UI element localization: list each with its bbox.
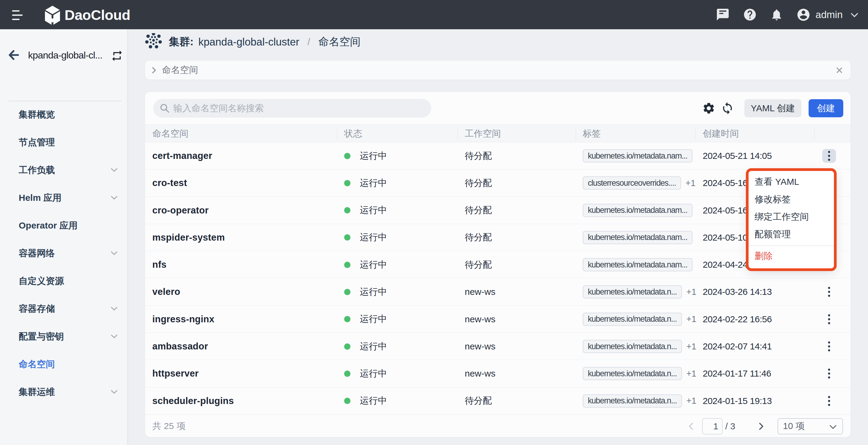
namespace-name[interactable]: velero bbox=[152, 278, 180, 306]
sidebar-item[interactable]: 集群运维 bbox=[0, 378, 127, 406]
namespace-name[interactable]: cro-test bbox=[152, 169, 187, 197]
label-chip: clusterresourceoverrides.... bbox=[583, 177, 681, 190]
menu-item-quota[interactable]: 配额管理 bbox=[748, 225, 835, 243]
row-actions-button[interactable] bbox=[822, 285, 836, 299]
status-dot-icon bbox=[344, 371, 350, 377]
sidebar-item[interactable]: 容器网络 bbox=[0, 240, 127, 267]
menu-item-edit-labels[interactable]: 修改标签 bbox=[748, 191, 835, 208]
row-actions-button[interactable] bbox=[822, 367, 836, 380]
row-actions-button[interactable] bbox=[822, 340, 836, 353]
column-header-namespace: 命名空间 bbox=[152, 125, 188, 142]
help-button[interactable] bbox=[743, 7, 757, 22]
collapse-panel-title: 命名空间 bbox=[162, 64, 198, 76]
row-actions-button[interactable] bbox=[822, 394, 836, 408]
menu-item-view-yaml[interactable]: 查看 YAML bbox=[748, 173, 835, 191]
labels-cell: kubernetes.io/metadata.n... +1 bbox=[583, 360, 696, 387]
create-button[interactable]: 创建 bbox=[809, 99, 843, 117]
chevron-down-icon bbox=[111, 196, 118, 200]
namespace-name[interactable]: ambassador bbox=[152, 333, 208, 360]
chevron-right-icon bbox=[152, 67, 156, 73]
switch-cluster-icon[interactable] bbox=[110, 50, 124, 62]
label-chip: kubernetes.io/metadata.nam... bbox=[583, 204, 692, 217]
labels-cell: kubernetes.io/metadata.n... +1 bbox=[583, 306, 696, 333]
sidebar-item[interactable]: 命名空间 bbox=[0, 350, 127, 378]
back-arrow-icon[interactable] bbox=[8, 50, 19, 60]
labels-cell: kubernetes.io/metadata.nam... bbox=[583, 251, 692, 278]
table-row: nfs 运行中 待分配 kubernetes.io/metadata.nam..… bbox=[145, 251, 850, 278]
sidebar-item-label: 自定义资源 bbox=[19, 275, 64, 287]
kebab-icon bbox=[828, 341, 830, 352]
status-text: 运行中 bbox=[360, 231, 387, 244]
column-separator bbox=[458, 127, 458, 140]
next-page-icon[interactable] bbox=[757, 422, 765, 430]
pagination: / 3 10 项 bbox=[687, 415, 843, 438]
sidebar-cluster-name[interactable]: kpanda-global-cl... bbox=[28, 50, 102, 61]
prev-page-icon[interactable] bbox=[687, 422, 695, 430]
namespace-name[interactable]: ingress-nginx bbox=[152, 306, 214, 333]
row-actions-button[interactable] bbox=[822, 149, 836, 163]
settings-button[interactable] bbox=[702, 102, 715, 115]
menu-item-bind-workspace[interactable]: 绑定工作空间 bbox=[748, 208, 835, 225]
label-extra-count: +1 bbox=[685, 178, 695, 188]
menu-item-delete[interactable]: 删除 bbox=[748, 247, 835, 265]
workspace-cell: new-ws bbox=[465, 333, 496, 360]
row-actions-button[interactable] bbox=[822, 312, 836, 326]
sidebar-item[interactable]: 集群概览 bbox=[0, 101, 127, 128]
collapse-panel[interactable]: 命名空间 bbox=[145, 61, 850, 80]
status-text: 运行中 bbox=[360, 395, 387, 407]
sidebar-item-label: 集群运维 bbox=[19, 386, 55, 398]
sidebar-item-label: Operator 应用 bbox=[19, 220, 78, 232]
yaml-create-button[interactable]: YAML 创建 bbox=[744, 99, 801, 117]
created-cell: 2024-01-15 19:13 bbox=[703, 387, 772, 415]
sidebar-item[interactable]: Operator 应用 bbox=[0, 212, 127, 240]
status-dot-icon bbox=[344, 180, 350, 186]
feedback-button[interactable] bbox=[716, 7, 730, 22]
sidebar: kpanda-global-cl... 集群概览 节点管理 工作负载 bbox=[0, 29, 127, 445]
page-input[interactable] bbox=[702, 418, 723, 435]
namespace-name[interactable]: cert-manager bbox=[152, 142, 212, 169]
status-text: 运行中 bbox=[360, 368, 387, 380]
namespace-name[interactable]: nfs bbox=[152, 251, 166, 278]
brand[interactable]: DaoCloud bbox=[44, 4, 130, 25]
sidebar-item[interactable]: Helm 应用 bbox=[0, 184, 127, 212]
table-row: ambassador 运行中 new-ws kubernetes.io/meta… bbox=[145, 333, 850, 360]
page-size-select[interactable]: 10 项 bbox=[777, 418, 843, 435]
menu-divider bbox=[748, 246, 835, 246]
search-input[interactable] bbox=[174, 103, 415, 114]
namespace-name[interactable]: httpserver bbox=[152, 360, 199, 387]
status-dot-icon bbox=[344, 262, 350, 268]
sidebar-nav: 集群概览 节点管理 工作负载 Helm 应用 bbox=[0, 101, 127, 406]
cluster-icon bbox=[145, 33, 162, 50]
close-icon[interactable] bbox=[836, 67, 842, 73]
search-box bbox=[153, 99, 431, 118]
label-chip: kubernetes.io/metadata.n... bbox=[583, 285, 682, 298]
actions-cell bbox=[822, 387, 836, 415]
workspace-cell: 待分配 bbox=[465, 224, 492, 251]
sidebar-item[interactable]: 工作负载 bbox=[0, 156, 127, 184]
sidebar-item[interactable]: 节点管理 bbox=[0, 128, 127, 156]
workspace-cell: new-ws bbox=[465, 278, 496, 306]
sidebar-item-label: 容器网络 bbox=[19, 247, 55, 260]
breadcrumb-cluster[interactable]: kpanda-global-cluster bbox=[198, 36, 300, 48]
label-chip: kubernetes.io/metadata.nam... bbox=[583, 231, 692, 244]
sidebar-item[interactable]: 配置与密钥 bbox=[0, 323, 127, 350]
menu-hamburger-icon[interactable] bbox=[12, 8, 24, 21]
namespace-name[interactable]: scheduler-plugins bbox=[152, 387, 234, 415]
label-chip: kubernetes.io/metadata.n... bbox=[583, 313, 682, 326]
status-cell: 运行中 bbox=[344, 251, 387, 278]
kebab-icon bbox=[828, 287, 830, 297]
sidebar-item[interactable]: 自定义资源 bbox=[0, 267, 127, 295]
status-dot-icon bbox=[344, 343, 350, 350]
actions-cell bbox=[822, 333, 836, 360]
namespace-name[interactable]: cro-operator bbox=[152, 197, 209, 224]
label-extra-count: +1 bbox=[686, 369, 696, 379]
user-menu[interactable]: admin bbox=[796, 7, 858, 22]
refresh-button[interactable] bbox=[721, 102, 734, 115]
gear-icon bbox=[702, 102, 715, 115]
namespace-name[interactable]: mspider-system bbox=[152, 224, 225, 251]
notifications-button[interactable] bbox=[770, 8, 783, 22]
chevron-down-icon bbox=[850, 13, 858, 18]
sidebar-item[interactable]: 容器存储 bbox=[0, 295, 127, 323]
page-size-value: 10 项 bbox=[783, 420, 805, 432]
status-dot-icon bbox=[344, 289, 350, 295]
